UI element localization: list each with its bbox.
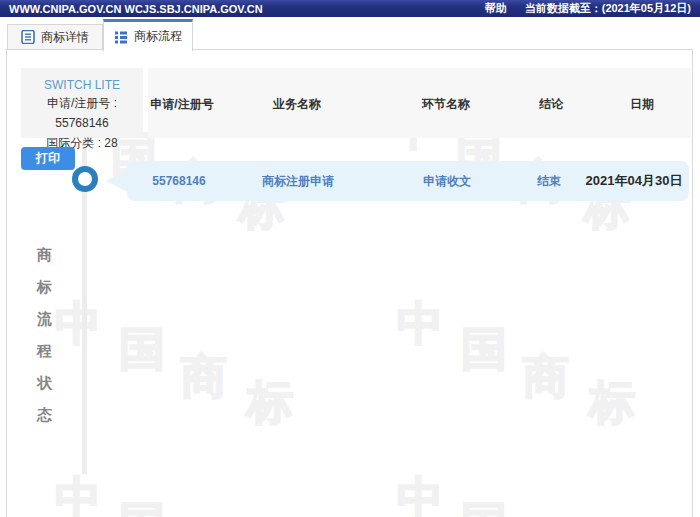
- watermark-char: 国: [119, 501, 165, 517]
- watermark-char: 国: [461, 326, 507, 372]
- column-header-app-no: 申请/注册号: [150, 96, 213, 113]
- application-number: 申请/注册号 : 55768146: [21, 93, 143, 133]
- process-panel: 中 国 商 标 中 国 商 标 中 国 商 标 中 国 商 标 中 国 商 标 …: [6, 49, 693, 517]
- watermark-char: 国: [119, 326, 165, 372]
- column-header-conclusion: 结论: [539, 96, 563, 113]
- timeline-node[interactable]: [72, 166, 98, 192]
- table-row[interactable]: 55768146 商标注册申请 申请收文 结束 2021年04月30日: [127, 161, 689, 201]
- column-header-business: 业务名称: [273, 96, 321, 113]
- row-step: 申请收文: [423, 161, 471, 201]
- tab-trademark-details[interactable]: 商标详情: [7, 24, 103, 50]
- column-header-step: 环节名称: [422, 96, 470, 113]
- trademark-info-card: SWITCH LITE 申请/注册号 : 55768146 国际分类 : 28: [21, 68, 143, 138]
- watermark-char: 中: [55, 300, 101, 346]
- watermark-char: 中: [55, 475, 101, 517]
- help-link[interactable]: 帮助: [485, 1, 507, 16]
- column-header-date: 日期: [630, 96, 654, 113]
- row-business: 商标注册申请: [262, 161, 334, 201]
- row-app-no: 55768146: [152, 161, 205, 201]
- site-urls: WWW.CNIPA.GOV.CN WCJS.SBJ.CNIPA.GOV.CN: [9, 3, 263, 15]
- watermark-char: 商: [523, 353, 569, 399]
- document-icon: [21, 30, 35, 44]
- vertical-section-title: 商标流程状态: [36, 239, 53, 431]
- watermark-char: 商: [181, 353, 227, 399]
- tab-trademark-process-label: 商标流程: [134, 28, 182, 45]
- trademark-name: SWITCH LITE: [21, 77, 143, 93]
- table-header: 申请/注册号 业务名称 环节名称 结论 日期: [148, 68, 691, 138]
- list-icon: [114, 30, 128, 44]
- watermark-char: 国: [461, 501, 507, 517]
- top-bar: WWW.CNIPA.GOV.CN WCJS.SBJ.CNIPA.GOV.CN 帮…: [0, 0, 700, 17]
- tab-trademark-process[interactable]: 商标流程: [103, 19, 193, 51]
- print-button[interactable]: 打印: [21, 147, 75, 170]
- watermark-char: 标: [589, 379, 635, 425]
- watermark-char: 标: [247, 379, 293, 425]
- data-cutoff-date: 当前数据截至：(2021年05月12日): [525, 1, 691, 16]
- watermark-char: 中: [397, 300, 443, 346]
- watermark-char: 中: [397, 475, 443, 517]
- row-conclusion: 结束: [537, 161, 561, 201]
- row-date: 2021年04月30日: [586, 161, 683, 201]
- tab-trademark-details-label: 商标详情: [41, 29, 89, 46]
